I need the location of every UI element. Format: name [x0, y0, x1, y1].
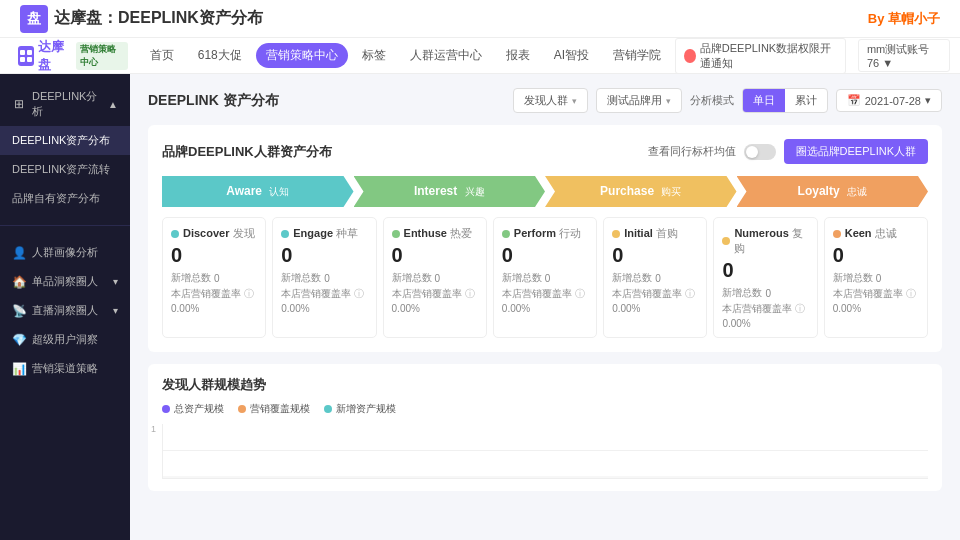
chart-area: 1 [162, 424, 928, 479]
sidebar-item-deeplink-analysis[interactable]: ⊞ DEEPLINK分析 ▲ [0, 82, 130, 126]
nav-item-home[interactable]: 首页 [140, 43, 184, 68]
chart-y-label: 1 [151, 424, 156, 434]
nav-item-academy[interactable]: 营销学院 [603, 43, 671, 68]
calendar-icon: 📅 [847, 94, 861, 107]
svg-rect-2 [20, 57, 25, 62]
initial-dot [612, 230, 620, 238]
metric-engage-header: Engage 种草 [281, 226, 367, 241]
funnel-aware: Aware 认知 [162, 176, 354, 207]
discover-cover: 0.00% [171, 303, 257, 314]
filter-crowd-btn[interactable]: 圈选品牌DEEPLINK人群 [784, 139, 928, 164]
compare-text: 查看同行标杆均值 [648, 144, 736, 159]
nav-item-report[interactable]: 报表 [496, 43, 540, 68]
perform-new: 新增总数 0 [502, 271, 588, 285]
notification-icon [684, 49, 696, 63]
nav-item-crowd[interactable]: 人群运营中心 [400, 43, 492, 68]
initial-name: Initial 首购 [624, 226, 678, 241]
sidebar-item-label: DEEPLINK资产分布 [12, 133, 110, 148]
nav-logo: 达摩盘 营销策略中心 [10, 34, 136, 78]
chart-section: 发现人群规模趋势 总资产规模 营销覆盖规模 新增资产规模 1 [148, 364, 942, 491]
funnel-interest-label: Interest 兴趣 [414, 184, 485, 199]
metric-discover: Discover 发现 0 新增总数 0 本店营销覆盖率 ⓘ 0.00% [162, 217, 266, 338]
content-area: DEEPLINK 资产分布 发现人群 ▾ 测试品牌用 ▾ 分析模式 单日 累计 … [130, 74, 960, 540]
chart-legend: 总资产规模 营销覆盖规模 新增资产规模 [162, 402, 928, 416]
content-header: DEEPLINK 资产分布 发现人群 ▾ 测试品牌用 ▾ 分析模式 单日 累计 … [148, 88, 942, 113]
numerous-dot [722, 237, 730, 245]
sidebar-item-label: 直播洞察圈人 [32, 303, 98, 318]
sidebar-item-deeplink-assets[interactable]: DEEPLINK资产分布 [0, 126, 130, 155]
portrait-icon: 👤 [12, 246, 26, 260]
metric-initial-header: Initial 首购 [612, 226, 698, 241]
discover-new: 新增总数 0 [171, 271, 257, 285]
mode-day-btn[interactable]: 单日 [743, 89, 785, 112]
date-picker[interactable]: 📅 2021-07-28 ▾ [836, 89, 942, 112]
discover-name: Discover 发现 [183, 226, 255, 241]
nav-logo-icon [18, 46, 34, 66]
nav-user[interactable]: mm测试账号76 ▼ [858, 39, 950, 72]
discover-crowd-btn[interactable]: 发现人群 ▾ [513, 88, 588, 113]
chevron-down-icon3: ▾ [572, 96, 577, 106]
sidebar-divider [0, 225, 130, 226]
sidebar-item-portrait[interactable]: 👤 人群画像分析 [0, 238, 130, 267]
mode-group: 单日 累计 [742, 88, 828, 113]
enthuse-cover: 0.00% [392, 303, 478, 314]
main-layout: ⊞ DEEPLINK分析 ▲ DEEPLINK资产分布 DEEPLINK资产流转… [0, 74, 960, 540]
brand-select-btn[interactable]: 测试品牌用 ▾ [596, 88, 682, 113]
legend-new-dot [324, 405, 332, 413]
keen-name: Keen 忠诚 [845, 226, 897, 241]
sidebar-item-super-user[interactable]: 💎 超级用户洞察 [0, 325, 130, 354]
legend-new: 新增资产规模 [324, 402, 396, 416]
product-icon: 🏠 [12, 275, 26, 289]
banner-title: 达摩盘：DEEPLINK资产分布 [54, 8, 263, 29]
svg-rect-1 [27, 50, 32, 55]
numerous-new: 新增总数 0 [722, 286, 808, 300]
nav-item-tag[interactable]: 标签 [352, 43, 396, 68]
sidebar-section-other: 👤 人群画像分析 🏠 单品洞察圈人 ▾ 📡 直播洞察圈人 ▾ 💎 超级用户洞察 … [0, 230, 130, 391]
chevron-up-icon: ▲ [108, 99, 118, 110]
metric-keen: Keen 忠诚 0 新增总数 0 本店营销覆盖率 ⓘ 0.00% [824, 217, 928, 338]
nav-item-strategy[interactable]: 营销策略中心 [256, 43, 348, 68]
header-controls: 发现人群 ▾ 测试品牌用 ▾ 分析模式 单日 累计 📅 2021-07-28 ▾ [513, 88, 942, 113]
nav-item-618[interactable]: 618大促 [188, 43, 252, 68]
sidebar-item-deeplink-flow[interactable]: DEEPLINK资产流转 [0, 155, 130, 184]
funnel-purchase: Purchase 购买 [545, 176, 737, 207]
metric-numerous: Numerous 复购 0 新增总数 0 本店营销覆盖率 ⓘ 0.00% [713, 217, 817, 338]
engage-name: Engage 种草 [293, 226, 358, 241]
mode-cumulative-btn[interactable]: 累计 [785, 89, 827, 112]
metric-keen-header: Keen 忠诚 [833, 226, 919, 241]
enthuse-new: 新增总数 0 [392, 271, 478, 285]
legend-marketing: 营销覆盖规模 [238, 402, 310, 416]
numerous-name: Numerous 复购 [734, 226, 808, 256]
sidebar-section-deeplink: ⊞ DEEPLINK分析 ▲ DEEPLINK资产分布 DEEPLINK资产流转… [0, 74, 130, 221]
legend-marketing-label: 营销覆盖规模 [250, 402, 310, 416]
numerous-value: 0 [722, 260, 808, 280]
notification-text: 品牌DEEPLINK数据权限开通通知 [700, 41, 837, 71]
sidebar-item-product[interactable]: 🏠 单品洞察圈人 ▾ [0, 267, 130, 296]
nav-item-ai[interactable]: AI智投 [544, 43, 599, 68]
compare-toggle[interactable] [744, 144, 776, 160]
metrics-row: Discover 发现 0 新增总数 0 本店营销覆盖率 ⓘ 0.00% Eng… [162, 217, 928, 338]
metric-perform: Perform 行动 0 新增总数 0 本店营销覆盖率 ⓘ 0.00% [493, 217, 597, 338]
sidebar-item-live[interactable]: 📡 直播洞察圈人 ▾ [0, 296, 130, 325]
live-icon: 📡 [12, 304, 26, 318]
top-banner: 盘 达摩盘：DEEPLINK资产分布 By 草帽小子 [0, 0, 960, 38]
chevron-down-icon2: ▾ [113, 305, 118, 316]
nav-logo-text: 达摩盘 [38, 38, 70, 74]
sidebar-item-brand-assets[interactable]: 品牌自有资产分布 [0, 184, 130, 213]
funnel-aware-label: Aware 认知 [226, 184, 289, 199]
keen-dot [833, 230, 841, 238]
logo-icon: 盘 [20, 5, 48, 33]
banner-logo: 盘 达摩盘：DEEPLINK资产分布 [20, 5, 263, 33]
perform-cover: 0.00% [502, 303, 588, 314]
sidebar-item-label: DEEPLINK资产流转 [12, 162, 110, 177]
nav-notification[interactable]: 品牌DEEPLINK数据权限开通通知 [675, 38, 846, 74]
keen-cover: 0.00% [833, 303, 919, 314]
brand-section-header: 品牌DEEPLINK人群资产分布 查看同行标杆均值 圈选品牌DEEPLINK人群 [162, 139, 928, 164]
discover-value: 0 [171, 245, 257, 265]
nav-bar: 达摩盘 营销策略中心 首页 618大促 营销策略中心 标签 人群运营中心 报表 … [0, 38, 960, 74]
metric-initial: Initial 首购 0 新增总数 0 本店营销覆盖率 ⓘ 0.00% [603, 217, 707, 338]
sidebar-item-channel[interactable]: 📊 营销渠道策略 [0, 354, 130, 383]
sidebar-item-label: 单品洞察圈人 [32, 274, 98, 289]
mode-label: 分析模式 [690, 93, 734, 108]
channel-icon: 📊 [12, 362, 26, 376]
